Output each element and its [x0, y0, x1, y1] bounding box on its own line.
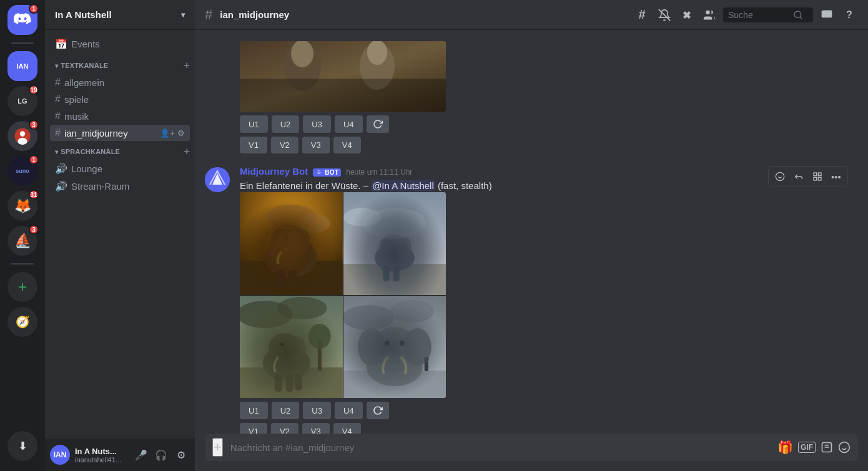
mute-button[interactable]: 🎤	[132, 446, 150, 464]
user-info: In A Nuts... inanutshell41...	[75, 447, 127, 464]
v4-button[interactable]: V4	[333, 423, 361, 434]
prev-u1-button[interactable]: U1	[240, 115, 268, 133]
v2-button[interactable]: V2	[271, 423, 298, 434]
svg-point-2	[17, 138, 27, 145]
server-icon-fox[interactable]: 🦊 31	[7, 191, 37, 221]
user-avatar: IAN	[50, 445, 70, 465]
bell-muted-button[interactable]	[656, 6, 673, 24]
sticker-button[interactable]	[821, 441, 833, 454]
server-icon-sail[interactable]: ⛵ 3	[7, 226, 37, 256]
action-buttons-row1: U1 U2 U3 U4	[240, 402, 465, 419]
channel-ian-midjourney[interactable]: # ian_midjourney 👤+ ⚙	[50, 125, 190, 141]
svg-rect-32	[343, 264, 446, 295]
elephant-image-2[interactable]	[343, 192, 446, 295]
search-bar[interactable]	[723, 7, 813, 22]
channel-allgemein[interactable]: # allgemein	[50, 74, 190, 90]
members-button[interactable]	[701, 6, 718, 24]
discord-icon[interactable]: 1	[7, 5, 37, 35]
u2-button[interactable]: U2	[272, 402, 300, 419]
add-server-button[interactable]: +	[7, 272, 37, 302]
channel-stream-label: Stream-Raum	[71, 181, 129, 192]
u3-button[interactable]: U3	[303, 402, 331, 419]
lensgo-badge: 19	[29, 85, 39, 95]
reply-button[interactable]	[790, 168, 807, 185]
u4-button[interactable]: U4	[335, 402, 363, 419]
main-content: # ian_midjourney #	[195, 0, 868, 471]
gift-button[interactable]: 🎁	[777, 440, 793, 455]
hashtag-button[interactable]: #	[633, 6, 651, 24]
svg-rect-47	[275, 374, 282, 392]
sidebar-divider-1	[11, 42, 34, 44]
channel-spiele[interactable]: # spiele	[50, 91, 190, 107]
server-icon-suno[interactable]: suno 1	[7, 156, 37, 186]
refresh-button[interactable]	[367, 402, 389, 419]
add-member-icon[interactable]: 👤+	[160, 129, 175, 138]
svg-rect-18	[818, 177, 821, 180]
v3-button[interactable]: V3	[302, 423, 330, 434]
pin-button[interactable]	[678, 6, 696, 24]
channel-spiele-label: spiele	[64, 94, 185, 105]
svg-point-44	[263, 346, 310, 381]
server-icon-3[interactable]: 3	[7, 121, 37, 151]
chat-input[interactable]	[230, 436, 770, 459]
prev-v3-button[interactable]: V3	[302, 137, 330, 153]
text-dash: –	[363, 180, 372, 191]
prev-action-buttons-row2: V1 V2 V3 V4	[240, 137, 446, 153]
channel-stream-raum[interactable]: 🔊 Stream-Raum	[50, 178, 190, 195]
deafen-button[interactable]: 🎧	[152, 446, 170, 464]
search-input[interactable]	[728, 10, 791, 20]
category-arrow-icon: ▾	[55, 62, 58, 69]
add-voice-channel-icon[interactable]: +	[184, 146, 190, 157]
voicechannels-category[interactable]: ▾ SPRACHKANÄLE +	[45, 143, 195, 160]
svg-point-50	[280, 342, 284, 346]
channel-midjourney-label: ian_midjourney	[64, 128, 157, 138]
server3-badge: 3	[29, 120, 39, 130]
server-icon-lensgo[interactable]: LG 19	[7, 86, 37, 116]
svg-point-9	[291, 41, 313, 67]
elephant-image-4[interactable]	[343, 296, 446, 399]
fox-badge: 31	[29, 190, 39, 200]
add-channel-icon[interactable]: +	[184, 60, 190, 71]
v1-button[interactable]: V1	[240, 423, 267, 434]
elephant-image-1[interactable]	[240, 192, 343, 295]
elephant-image-3[interactable]	[240, 296, 343, 399]
channel-musik[interactable]: # musik	[50, 108, 190, 124]
main-message-content: Midjourney Bot BOT heute um 11:11 Uhr Ei…	[240, 166, 858, 434]
events-label: Events	[71, 39, 185, 49]
inbox-button[interactable]	[818, 6, 836, 24]
gif-button[interactable]: GIF	[798, 442, 816, 453]
server-icon-ian[interactable]: IAN	[7, 51, 37, 81]
prev-u3-button[interactable]: U3	[303, 115, 331, 133]
forward-button[interactable]	[809, 168, 826, 185]
svg-point-60	[399, 341, 404, 346]
channel-list: 📅 Events ▾ TEXTKANÄLE + # allgemein # sp…	[45, 30, 195, 439]
explore-button[interactable]: 🧭	[7, 307, 37, 337]
attach-button[interactable]: +	[212, 438, 223, 457]
messages-area: U1 U2 U3 U4 V1 V2 V3	[195, 30, 868, 434]
prev-refresh-button[interactable]	[367, 115, 389, 133]
channel-lounge[interactable]: 🔊 Lounge	[50, 160, 190, 177]
prev-v1-button[interactable]: V1	[240, 137, 267, 153]
svg-point-13	[776, 172, 784, 180]
svg-rect-41	[240, 367, 343, 399]
reaction-button[interactable]	[771, 168, 789, 185]
svg-rect-19	[814, 177, 817, 180]
channel-actions: 👤+ ⚙	[160, 129, 185, 138]
download-button[interactable]: ⬇	[7, 431, 37, 461]
textchannels-category[interactable]: ▾ TEXTKANÄLE +	[45, 57, 195, 74]
prev-message-wrapper: U1 U2 U3 U4 V1 V2 V3	[205, 40, 858, 165]
message-text: Ein Elefantenei in der Wüste. – @In A Nu…	[240, 179, 858, 192]
emoji-button[interactable]	[838, 441, 851, 454]
help-button[interactable]: ?	[841, 6, 858, 24]
settings-icon[interactable]: ⚙	[177, 129, 185, 138]
prev-v2-button[interactable]: V2	[271, 137, 298, 153]
user-settings-button[interactable]: ⚙	[172, 446, 190, 464]
prev-u4-button[interactable]: U4	[335, 115, 363, 133]
events-item[interactable]: 📅 Events	[50, 36, 190, 52]
u1-button[interactable]: U1	[240, 402, 268, 419]
prev-message-group: U1 U2 U3 U4 V1 V2 V3	[205, 41, 858, 153]
prev-v4-button[interactable]: V4	[333, 137, 361, 153]
prev-u2-button[interactable]: U2	[272, 115, 300, 133]
more-actions-button[interactable]: •••	[827, 168, 845, 185]
server-header[interactable]: In A Nutshell ▾	[45, 0, 195, 30]
